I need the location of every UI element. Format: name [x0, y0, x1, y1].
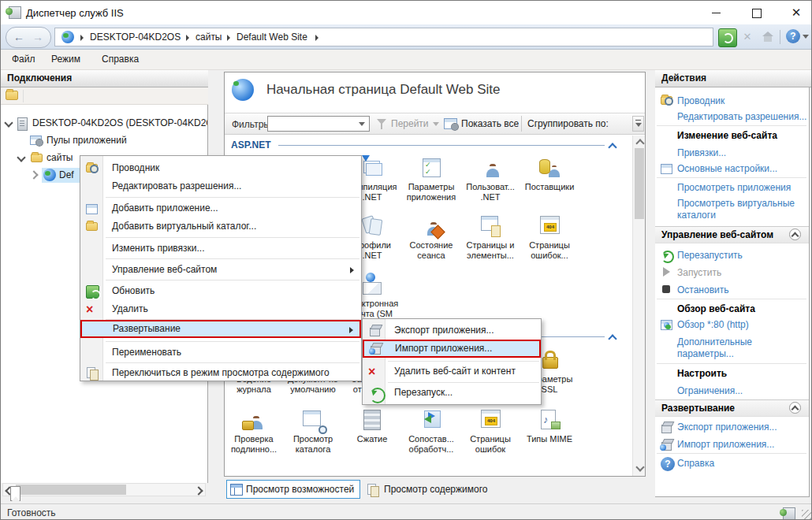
tab-content-view[interactable]: Просмотр содержимого — [365, 481, 499, 500]
submenu-import-application[interactable]: Импорт приложения... — [363, 340, 541, 358]
menu-switch-content-view[interactable]: Переключиться в режим просмотра содержим… — [81, 364, 360, 382]
breadcrumb-sites[interactable]: сайты — [196, 32, 222, 43]
tab-features-view[interactable]: Просмотр возможностей — [226, 480, 360, 499]
authentication-icon — [241, 407, 266, 433]
action-view-applications[interactable]: Просмотреть приложения — [677, 182, 791, 194]
vertical-scrollbar[interactable] — [632, 136, 645, 476]
feature-directory-browsing[interactable]: Просмотр каталога — [284, 407, 342, 462]
resize-grip[interactable] — [802, 510, 811, 519]
feature-handler-mappings[interactable]: Сопостав... обработч... — [402, 407, 460, 462]
providers-icon — [537, 155, 562, 180]
menu-manage-website[interactable]: Управление веб-сайтом — [81, 261, 360, 279]
action-start: Запустить — [677, 267, 721, 279]
collapse-section-button[interactable] — [789, 228, 801, 240]
stop-button[interactable]: ✕ — [739, 28, 756, 46]
action-browse-80[interactable]: Обзор *:80 (http) — [677, 319, 749, 331]
menu-help[interactable]: Справка — [102, 54, 139, 65]
manage-website-header: Управление веб-сайтом — [661, 229, 773, 240]
feature-providers[interactable]: Поставщики — [520, 155, 579, 210]
action-explorer[interactable]: Проводник — [677, 95, 724, 107]
action-stop[interactable]: Остановить — [677, 284, 729, 296]
home-button[interactable] — [759, 28, 777, 46]
scrollbar-thumb[interactable] — [16, 485, 126, 495]
scroll-up-icon[interactable] — [635, 139, 644, 147]
chevron-down-icon[interactable] — [433, 122, 439, 126]
action-restart[interactable]: Перезапустить — [677, 250, 743, 262]
filter-combobox[interactable] — [267, 116, 370, 132]
minimize-button[interactable] — [698, 1, 734, 24]
feature-compression[interactable]: Сжатие — [343, 407, 401, 462]
restart-icon — [661, 251, 674, 263]
chevron-down-icon — [803, 35, 809, 39]
forward-button[interactable]: → — [32, 31, 43, 43]
scrollbar-thumb[interactable] — [635, 148, 644, 219]
submenu-delete-website-content[interactable]: × Удалить веб-сайт и контент — [363, 362, 540, 381]
collapse-section-button[interactable] — [789, 402, 801, 414]
maximize-button[interactable] — [739, 1, 775, 24]
menu-refresh[interactable]: Обновить — [81, 282, 360, 300]
feature-pages-controls[interactable]: Страницы и элементы... — [461, 214, 520, 269]
chevron-down-icon[interactable] — [17, 153, 25, 162]
breadcrumb-site[interactable]: Default Web Site — [237, 32, 307, 43]
chevron-down-icon[interactable] — [4, 118, 13, 127]
menu-mode[interactable]: Режим — [51, 54, 80, 65]
menu-divider — [106, 341, 359, 342]
feature-session-state[interactable]: Состояние сеанса — [402, 214, 460, 269]
app-pools-icon — [30, 136, 42, 145]
submenu-restart[interactable]: Перезапуск... — [363, 384, 540, 402]
action-view-virtual-directories[interactable]: Просмотреть виртуальные каталоги — [677, 198, 803, 221]
feature-mime-types[interactable]: Типы MIME — [520, 407, 579, 462]
action-bindings[interactable]: Привязки... — [677, 147, 726, 159]
scroll-down-icon[interactable] — [635, 462, 644, 471]
submenu-arrow-icon — [350, 267, 354, 273]
stop-icon — [662, 285, 670, 293]
action-advanced-settings[interactable]: Дополнительные параметры... — [677, 336, 795, 360]
configure-header: Настроить — [677, 368, 727, 379]
refresh-button[interactable] — [718, 28, 737, 47]
action-limits[interactable]: Ограничения... — [677, 385, 743, 397]
action-basic-settings[interactable]: Основные настройки... — [677, 163, 777, 175]
menu-add-virtual-directory[interactable]: Добавить виртуальный каталог... — [81, 217, 360, 236]
action-export-application[interactable]: Экспорт приложения... — [677, 422, 777, 433]
breadcrumb[interactable]: DESKTOP-04KD2OS сайты Default Web Site — [54, 28, 713, 46]
chevron-up-icon — [792, 232, 799, 240]
folder-icon[interactable] — [6, 91, 18, 100]
chevron-up-icon — [792, 406, 799, 414]
feature-error-pages[interactable]: Страницы ошибок — [461, 407, 520, 462]
menu-edit-permissions[interactable]: Редактировать разрешения... — [81, 177, 360, 195]
scroll-right-icon[interactable] — [194, 486, 203, 495]
action-help[interactable]: Справка — [677, 458, 714, 470]
menu-file[interactable]: Файл — [12, 54, 35, 65]
menu-edit-bindings[interactable]: Изменить привязки... — [81, 240, 360, 258]
feature-net-users[interactable]: Пользоват... .NET — [461, 155, 520, 210]
action-import-application[interactable]: Импорт приложения... — [677, 439, 774, 451]
feature-authentication[interactable]: Проверка подлинно... — [225, 407, 283, 462]
breadcrumb-computer[interactable]: DESKTOP-04KD2OS — [90, 32, 181, 43]
go-button[interactable]: Перейти — [391, 118, 429, 129]
menu-deployment[interactable]: Развертывание — [80, 320, 361, 338]
toolbar-overflow-button[interactable] — [632, 116, 644, 132]
menu-delete[interactable]: × Удалить — [81, 300, 360, 318]
deployment-submenu: Экспорт приложения... Импорт приложения.… — [362, 318, 542, 405]
close-button[interactable]: ✕ — [778, 1, 812, 24]
feature-application-settings[interactable]: Параметры приложения — [402, 155, 460, 210]
tree-item-server[interactable]: DESKTOP-04KD2OS (DESKTOP-04KD2OS\ — [1, 116, 208, 131]
bookmark-icon — [10, 486, 20, 501]
menu-add-application[interactable]: Добавить приложение... — [81, 199, 360, 217]
tree-item-app-pools[interactable]: Пулы приложений — [1, 133, 208, 148]
chevron-right-icon[interactable] — [29, 170, 38, 179]
help-button[interactable]: ? — [786, 29, 809, 43]
content-view-icon — [86, 366, 99, 379]
menu-explorer[interactable]: Проводник — [81, 159, 360, 177]
action-edit-permissions[interactable]: Редактировать разрешения... — [677, 111, 806, 123]
group-by-button[interactable]: Сгруппировать по: — [527, 118, 609, 129]
submenu-export-application[interactable]: Экспорт приложения... — [363, 321, 540, 340]
page-title: Начальная страница Default Web Site — [266, 82, 500, 98]
feature-net-error-pages[interactable]: Страницы ошибок... — [520, 214, 579, 269]
show-all-button[interactable]: Показать все — [461, 118, 519, 129]
back-button[interactable]: ← — [13, 31, 24, 43]
menu-rename[interactable]: Переименовать — [81, 344, 360, 362]
horizontal-scrollbar[interactable] — [2, 483, 206, 496]
aspnet-section-header[interactable]: ASP.NET — [231, 139, 270, 150]
window-title: Диспетчер служб IIS — [26, 7, 124, 19]
